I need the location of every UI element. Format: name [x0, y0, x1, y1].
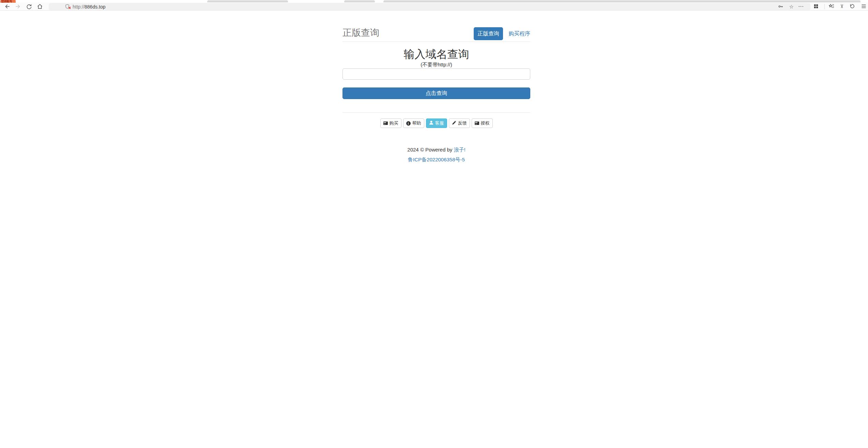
feedback-button[interactable]: 反馈: [449, 118, 470, 128]
security-shield-icon[interactable]: ✕: [65, 4, 70, 9]
license-label: 授权: [481, 120, 490, 126]
buy-label: 购买: [390, 120, 398, 126]
icp-link[interactable]: 鲁ICP备2022006358号-5: [408, 157, 465, 162]
url-scheme: http://: [73, 4, 85, 10]
author-link[interactable]: 浪子!: [454, 147, 465, 153]
page-body: 正版查询 正版查询 购买程序 输入域名查询 (不要带http://) 点击查询 …: [0, 11, 868, 448]
tab-login-account[interactable]: 登录账号: [0, 0, 16, 3]
content-container: 正版查询 正版查询 购买程序 输入域名查询 (不要带http://) 点击查询 …: [342, 11, 530, 215]
credit-card-icon: [475, 122, 479, 125]
header-nav: 正版查询 购买程序: [474, 27, 530, 40]
page-title: 正版查询: [342, 27, 379, 39]
forward-icon[interactable]: [15, 3, 21, 10]
query-heading: 输入域名查询: [342, 47, 530, 62]
domain-input[interactable]: [342, 68, 530, 80]
icp-line: 鲁ICP备2022006358号-5: [342, 157, 530, 163]
link-buy-program[interactable]: 购买程序: [508, 30, 530, 37]
customer-service-button[interactable]: 客服: [426, 118, 447, 128]
url-text[interactable]: http://886ds.top: [73, 4, 106, 10]
more-options-icon[interactable]: ···: [798, 3, 804, 10]
bookmark-star-icon[interactable]: ☆: [789, 3, 794, 10]
action-button-row: 购买 i 帮助 客服: [342, 118, 530, 128]
copyright-line: 2024 © Powered by 浪子!: [342, 147, 530, 153]
browser-toolbar: ✕ http://886ds.top ☆ ··· ✂: [0, 2, 868, 11]
url-domain: 886ds.top: [85, 4, 106, 10]
apps-grid-icon[interactable]: [813, 3, 819, 10]
query-submit-button[interactable]: 点击查询: [342, 87, 530, 99]
insecure-x-icon: ✕: [68, 6, 71, 10]
help-button[interactable]: i 帮助: [403, 118, 424, 128]
browser-tab-strip: 登录账号: [0, 0, 868, 2]
password-key-icon[interactable]: [778, 4, 784, 11]
buy-button[interactable]: 购买: [380, 118, 401, 128]
user-icon: [429, 121, 433, 126]
favorites-list-icon[interactable]: [828, 3, 835, 10]
feedback-label: 反馈: [458, 120, 467, 126]
license-button[interactable]: 授权: [472, 118, 493, 128]
refresh-icon[interactable]: [26, 3, 32, 10]
header-divider: [342, 42, 530, 42]
section-divider: [342, 112, 530, 113]
screenshot-scissors-icon[interactable]: ✂: [839, 3, 845, 10]
info-icon: i: [406, 121, 411, 126]
http-note: (不要带http://): [342, 62, 530, 68]
toolbar-separator: [824, 4, 825, 9]
menu-hamburger-icon[interactable]: [861, 3, 867, 10]
customer-service-label: 客服: [435, 120, 444, 126]
pencil-icon: [452, 121, 456, 126]
tab-genuine-query[interactable]: 正版查询: [474, 27, 503, 40]
credit-card-icon: [383, 122, 388, 125]
help-label: 帮助: [412, 120, 421, 126]
url-bar[interactable]: ✕ http://886ds.top ☆ ···: [49, 3, 810, 10]
undo-icon[interactable]: [849, 3, 855, 10]
back-icon[interactable]: [4, 3, 10, 10]
home-icon[interactable]: [37, 3, 43, 10]
copyright-text: 2024 © Powered by: [407, 147, 454, 153]
